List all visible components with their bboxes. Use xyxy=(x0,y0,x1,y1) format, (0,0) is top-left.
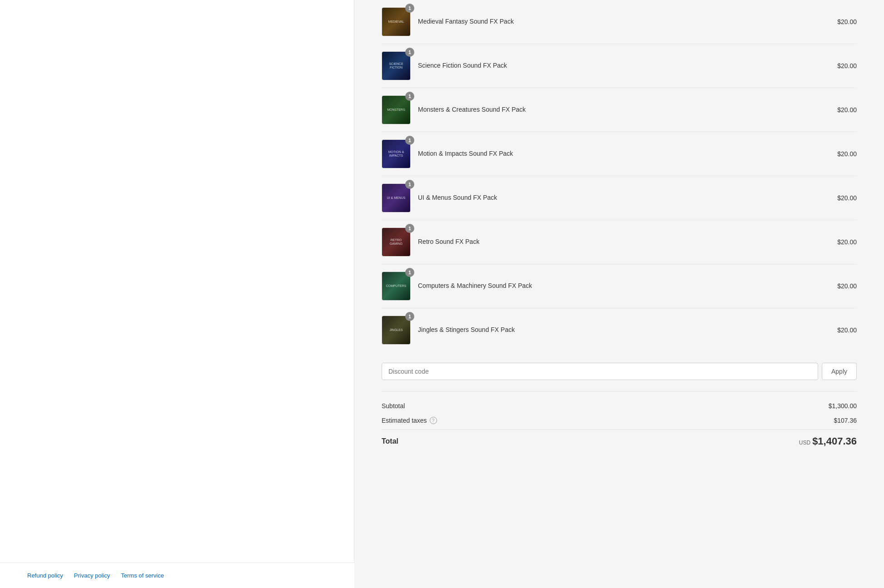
taxes-row: Estimated taxes ? $107.36 xyxy=(382,413,857,428)
left-panel: Refund policy Privacy policy Terms of se… xyxy=(0,0,354,588)
discount-section: Apply xyxy=(382,363,857,380)
item-image-text-computers: COMPUTERS xyxy=(384,282,408,290)
currency-label: USD xyxy=(799,440,810,446)
grand-total-row: Total USD$1,407.36 xyxy=(382,430,857,451)
item-image-wrapper-ui: UI & MENUS 1 xyxy=(382,183,411,212)
item-name-retro: Retro Sound FX Pack xyxy=(418,237,830,247)
item-name-motion: Motion & Impacts Sound FX Pack xyxy=(418,149,830,158)
item-image-wrapper-jingles: JINGLES 1 xyxy=(382,316,411,345)
item-image-text-retro: RETRO GAMING xyxy=(382,237,410,248)
item-name-computers: Computers & Machinery Sound FX Pack xyxy=(418,282,830,291)
item-name-scifi: Science Fiction Sound FX Pack xyxy=(418,61,830,70)
item-image-monsters: MONSTERS xyxy=(382,95,411,124)
totals-section: Subtotal $1,300.00 Estimated taxes ? $10… xyxy=(382,391,857,451)
item-badge-ui: 1 xyxy=(405,180,414,189)
cart-item-medieval: MEDIEVAL 1 Medieval Fantasy Sound FX Pac… xyxy=(382,0,857,44)
item-image-computers: COMPUTERS xyxy=(382,272,411,301)
grand-total-value: USD$1,407.36 xyxy=(799,435,857,447)
item-price-retro: $20.00 xyxy=(837,238,857,246)
cart-item-computers: COMPUTERS 1 Computers & Machinery Sound … xyxy=(382,264,857,308)
item-image-wrapper-motion: MOTION & IMPACTS 1 xyxy=(382,139,411,168)
item-price-monsters: $20.00 xyxy=(837,106,857,114)
item-image-text-ui: UI & MENUS xyxy=(385,194,407,202)
subtotal-value: $1,300.00 xyxy=(829,402,857,410)
item-price-ui: $20.00 xyxy=(837,194,857,202)
item-image-wrapper-monsters: MONSTERS 1 xyxy=(382,95,411,124)
privacy-policy-link[interactable]: Privacy policy xyxy=(74,572,110,579)
cart-item-motion: MOTION & IMPACTS 1 Motion & Impacts Soun… xyxy=(382,132,857,176)
taxes-label: Estimated taxes ? xyxy=(382,417,437,424)
item-image-wrapper-medieval: MEDIEVAL 1 xyxy=(382,7,411,36)
discount-code-input[interactable] xyxy=(382,363,818,380)
item-price-motion: $20.00 xyxy=(837,150,857,158)
item-image-retro: RETRO GAMING xyxy=(382,227,411,257)
subtotal-row: Subtotal $1,300.00 xyxy=(382,399,857,413)
item-badge-retro: 1 xyxy=(405,224,414,233)
item-image-motion: MOTION & IMPACTS xyxy=(382,139,411,168)
item-image-jingles: JINGLES xyxy=(382,316,411,345)
refund-policy-link[interactable]: Refund policy xyxy=(27,572,63,579)
subtotal-label: Subtotal xyxy=(382,402,405,410)
item-name-jingles: Jingles & Stingers Sound FX Pack xyxy=(418,326,830,335)
item-image-text-scifi: SCIENCE FICTION xyxy=(382,60,410,72)
item-name-monsters: Monsters & Creatures Sound FX Pack xyxy=(418,105,830,114)
item-image-medieval: MEDIEVAL xyxy=(382,7,411,36)
cart-item-jingles: JINGLES 1 Jingles & Stingers Sound FX Pa… xyxy=(382,308,857,352)
item-name-medieval: Medieval Fantasy Sound FX Pack xyxy=(418,17,830,26)
cart-item-monsters: MONSTERS 1 Monsters & Creatures Sound FX… xyxy=(382,88,857,132)
item-badge-motion: 1 xyxy=(405,136,414,145)
cart-item-ui: UI & MENUS 1 UI & Menus Sound FX Pack $2… xyxy=(382,176,857,220)
item-price-computers: $20.00 xyxy=(837,282,857,290)
apply-discount-button[interactable]: Apply xyxy=(822,363,857,380)
item-price-medieval: $20.00 xyxy=(837,18,857,25)
terms-of-service-link[interactable]: Terms of service xyxy=(121,572,164,579)
item-badge-computers: 1 xyxy=(405,268,414,277)
item-image-text-monsters: MONSTERS xyxy=(385,106,407,114)
item-image-text-jingles: JINGLES xyxy=(387,326,404,334)
item-image-scifi: SCIENCE FICTION xyxy=(382,51,411,80)
footer: Refund policy Privacy policy Terms of se… xyxy=(0,563,354,588)
item-image-wrapper-scifi: SCIENCE FICTION 1 xyxy=(382,51,411,80)
item-image-wrapper-computers: COMPUTERS 1 xyxy=(382,272,411,301)
item-badge-jingles: 1 xyxy=(405,312,414,321)
page-layout: Refund policy Privacy policy Terms of se… xyxy=(0,0,884,588)
item-image-wrapper-retro: RETRO GAMING 1 xyxy=(382,227,411,257)
cart-item-scifi: SCIENCE FICTION 1 Science Fiction Sound … xyxy=(382,44,857,88)
grand-total-label: Total xyxy=(382,437,398,445)
item-name-ui: UI & Menus Sound FX Pack xyxy=(418,193,830,203)
item-badge-monsters: 1 xyxy=(405,92,414,101)
taxes-info-icon[interactable]: ? xyxy=(430,417,437,424)
item-price-scifi: $20.00 xyxy=(837,62,857,69)
taxes-value: $107.36 xyxy=(834,417,857,424)
item-image-text-medieval: MEDIEVAL xyxy=(387,18,406,25)
cart-item-retro: RETRO GAMING 1 Retro Sound FX Pack $20.0… xyxy=(382,220,857,264)
item-image-ui: UI & MENUS xyxy=(382,183,411,212)
item-price-jingles: $20.00 xyxy=(837,326,857,334)
cart-items: MEDIEVAL 1 Medieval Fantasy Sound FX Pac… xyxy=(382,0,857,352)
right-panel: MEDIEVAL 1 Medieval Fantasy Sound FX Pac… xyxy=(354,0,884,588)
item-badge-scifi: 1 xyxy=(405,48,414,57)
item-badge-medieval: 1 xyxy=(405,4,414,13)
item-image-text-motion: MOTION & IMPACTS xyxy=(382,148,410,160)
